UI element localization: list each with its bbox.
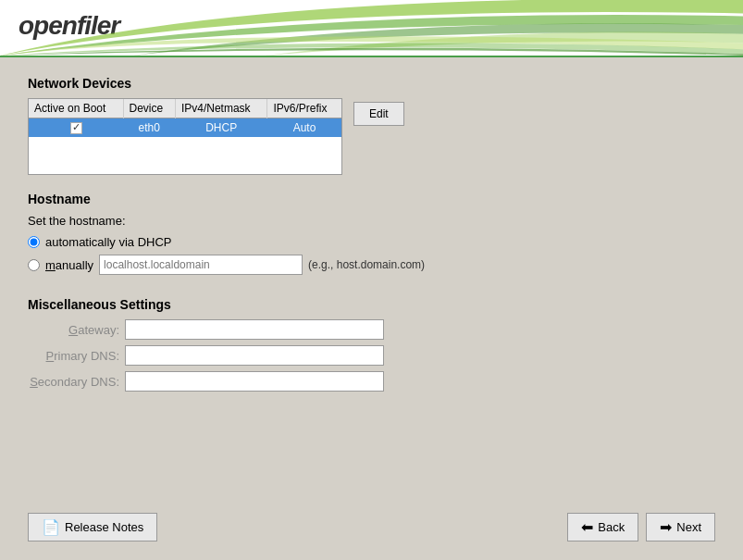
auto-dhcp-row: automatically via DHCP: [28, 235, 715, 249]
misc-section: Miscellaneous Settings Gateway: Primary …: [28, 297, 715, 397]
release-notes-button[interactable]: 📄 Release Notes: [28, 513, 157, 541]
gateway-label: Gateway:: [28, 323, 125, 337]
back-icon: ⬅: [581, 518, 593, 536]
next-button[interactable]: ➡ Next: [646, 513, 715, 541]
hostname-section: Hostname Set the hostname: automatically…: [28, 192, 715, 280]
header-swoosh: [0, 0, 743, 56]
ipv6-cell: Auto: [267, 118, 341, 138]
secondary-dns-label: Secondary DNS:: [28, 375, 125, 389]
primary-dns-input[interactable]: [125, 345, 384, 366]
manually-label: manually: [45, 258, 93, 272]
hostname-example: (e.g., host.domain.com): [308, 258, 425, 271]
back-label: Back: [598, 520, 625, 534]
bottom-left: 📄 Release Notes: [28, 513, 157, 541]
back-button[interactable]: ⬅ Back: [567, 513, 638, 541]
misc-title: Miscellaneous Settings: [28, 297, 715, 312]
auto-dhcp-radio[interactable]: [28, 236, 40, 248]
header: openfiler: [0, 0, 743, 57]
manually-row: manually (e.g., host.domain.com): [28, 255, 715, 275]
hostname-input[interactable]: [99, 255, 303, 275]
network-table: Active on Boot Device IPv4/Netmask IPv6/…: [29, 99, 341, 174]
secondary-dns-input[interactable]: [125, 371, 384, 392]
table-row[interactable]: eth0 DHCP Auto: [29, 118, 341, 138]
gateway-row: Gateway:: [28, 319, 715, 340]
gateway-input[interactable]: [125, 319, 384, 340]
secondary-dns-row: Secondary DNS:: [28, 371, 715, 392]
col-ipv6: IPv6/Prefix: [267, 99, 341, 118]
primary-dns-label: Primary DNS:: [28, 349, 125, 363]
active-checkbox: [70, 122, 82, 134]
col-device: Device: [123, 99, 175, 118]
manually-radio[interactable]: [28, 259, 40, 271]
network-devices-section: Network Devices Active on Boot Device IP…: [28, 76, 715, 175]
next-label: Next: [676, 520, 701, 534]
col-active: Active on Boot: [29, 99, 123, 118]
ipv4-cell: DHCP: [175, 118, 267, 138]
main-content: Network Devices Active on Boot Device IP…: [0, 57, 743, 560]
release-notes-label: Release Notes: [65, 520, 143, 534]
network-table-wrapper: Active on Boot Device IPv4/Netmask IPv6/…: [28, 98, 342, 175]
bottom-bar: 📄 Release Notes ⬅ Back ➡ Next: [28, 504, 715, 541]
hostname-title: Hostname: [28, 192, 715, 206]
release-notes-icon: 📄: [42, 518, 60, 536]
network-devices-row: Active on Boot Device IPv4/Netmask IPv6/…: [28, 98, 715, 175]
next-icon: ➡: [660, 518, 672, 536]
auto-dhcp-label: automatically via DHCP: [45, 235, 172, 249]
primary-dns-row: Primary DNS:: [28, 345, 715, 366]
hostname-subtitle: Set the hostname:: [28, 214, 715, 228]
edit-button[interactable]: Edit: [353, 102, 404, 126]
network-devices-title: Network Devices: [28, 76, 715, 91]
bottom-right: ⬅ Back ➡ Next: [567, 513, 715, 541]
col-ipv4: IPv4/Netmask: [175, 99, 267, 118]
device-cell: eth0: [123, 118, 175, 138]
table-row-empty: [29, 137, 341, 174]
